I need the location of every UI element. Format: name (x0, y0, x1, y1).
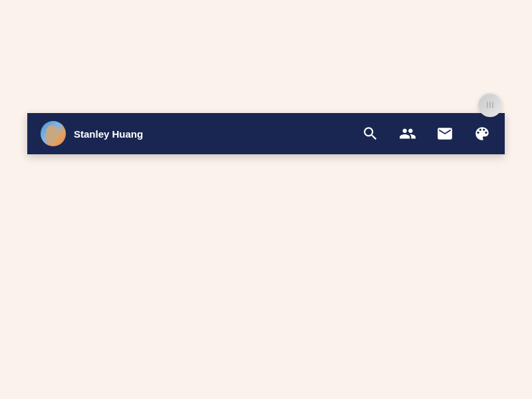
search-icon (362, 125, 379, 142)
navbar-left: Stanley Huang (41, 121, 143, 146)
friends-icon (399, 125, 416, 142)
friends-button[interactable] (398, 124, 417, 143)
search-button[interactable] (361, 124, 380, 143)
messages-button[interactable] (436, 124, 454, 143)
grip-icon (487, 102, 493, 108)
messages-icon (436, 125, 454, 142)
palette-icon (473, 125, 491, 142)
navbar-right (361, 124, 491, 143)
username-label[interactable]: Stanley Huang (74, 128, 143, 140)
avatar[interactable] (41, 121, 66, 146)
drag-handle[interactable] (478, 93, 502, 117)
navbar: Stanley Huang (27, 113, 505, 154)
palette-button[interactable] (473, 124, 491, 143)
